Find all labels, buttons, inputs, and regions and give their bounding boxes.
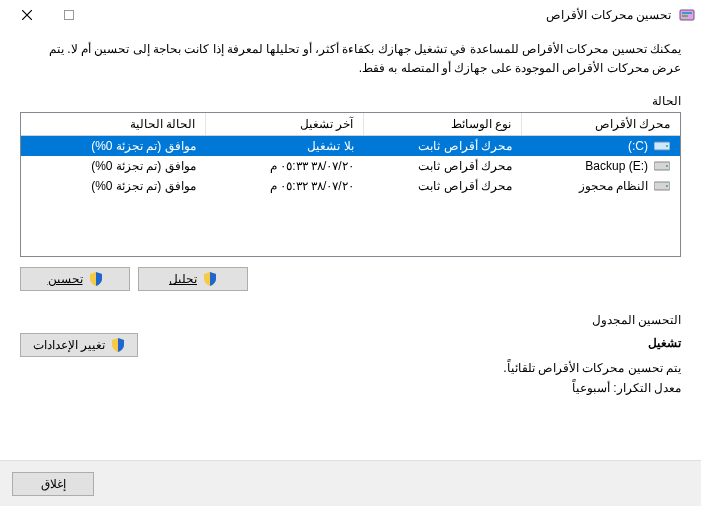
shield-icon bbox=[111, 338, 125, 352]
shield-icon bbox=[203, 272, 217, 286]
table-header-row: محرك الأقراص نوع الوسائط آخر تشغيل الحال… bbox=[21, 113, 680, 136]
change-settings-button[interactable]: تغيير الإعدادات bbox=[20, 333, 138, 357]
svg-rect-3 bbox=[65, 11, 74, 20]
close-icon bbox=[22, 10, 32, 20]
svg-rect-2 bbox=[682, 15, 688, 17]
drive-icon bbox=[654, 160, 670, 172]
table-row[interactable]: (C:) محرك أقراص ثابت بلا تشغيل موافق (تم… bbox=[21, 136, 680, 157]
maximize-icon bbox=[64, 10, 74, 20]
analyze-label: تحليل bbox=[169, 272, 197, 286]
table-buttons-row: تحليل تحسين bbox=[20, 267, 681, 291]
drive-status: موافق (تم تجزئة 0%) bbox=[21, 136, 206, 157]
table-row[interactable]: النظام محجوز محرك أقراص ثابت ٣٨/٠٧/٢٠ ٠٥… bbox=[21, 176, 680, 196]
schedule-on: تشغيل bbox=[138, 333, 681, 353]
drives-table[interactable]: محرك الأقراص نوع الوسائط آخر تشغيل الحال… bbox=[21, 113, 680, 256]
svg-point-9 bbox=[666, 185, 668, 187]
window-title: تحسين محركات الأقراص bbox=[546, 8, 671, 22]
col-drive: محرك الأقراص bbox=[595, 117, 670, 131]
drive-lastrun: بلا تشغيل bbox=[206, 136, 364, 157]
shield-icon bbox=[89, 272, 103, 286]
col-lastrun: آخر تشغيل bbox=[300, 117, 353, 131]
change-settings-label: تغيير الإعدادات bbox=[33, 338, 105, 352]
svg-point-7 bbox=[666, 165, 668, 167]
drive-status: موافق (تم تجزئة 0%) bbox=[21, 156, 206, 176]
optimize-label: تحسين bbox=[48, 272, 83, 286]
drive-media: محرك أقراص ثابت bbox=[364, 176, 522, 196]
schedule-section: التحسين المجدول تشغيل يتم تحسين محركات ا… bbox=[20, 313, 681, 398]
drive-lastrun: ٣٨/٠٧/٢٠ ٠٥:٣٣ م bbox=[206, 156, 364, 176]
optimize-button[interactable]: تحسين bbox=[20, 267, 130, 291]
svg-rect-1 bbox=[682, 12, 692, 14]
drive-media: محرك أقراص ثابت bbox=[364, 156, 522, 176]
footer: إغلاق bbox=[0, 460, 701, 506]
col-status: الحالة الحالية bbox=[130, 117, 195, 131]
schedule-frequency: معدل التكرار: أسبوعياً bbox=[138, 378, 681, 398]
drive-name: Backup (E:) bbox=[585, 159, 648, 173]
table-spacer bbox=[21, 196, 680, 256]
window-controls bbox=[6, 2, 90, 28]
analyze-button[interactable]: تحليل bbox=[138, 267, 248, 291]
intro-text: يمكنك تحسين محركات الأقراص للمساعدة في ت… bbox=[20, 40, 681, 78]
drive-name: النظام محجوز bbox=[579, 179, 648, 193]
maximize-button[interactable] bbox=[48, 2, 90, 28]
close-button-footer[interactable]: إغلاق bbox=[12, 472, 94, 496]
drive-icon bbox=[654, 140, 670, 152]
drive-media: محرك أقراص ثابت bbox=[364, 136, 522, 157]
schedule-label: التحسين المجدول bbox=[20, 313, 681, 327]
schedule-line1: يتم تحسين محركات الأقراص تلقائياً. bbox=[138, 358, 681, 378]
status-section-label: الحالة bbox=[20, 94, 681, 108]
drives-table-wrap: محرك الأقراص نوع الوسائط آخر تشغيل الحال… bbox=[20, 112, 681, 257]
col-media: نوع الوسائط bbox=[451, 117, 511, 131]
drive-status: موافق (تم تجزئة 0%) bbox=[21, 176, 206, 196]
svg-point-5 bbox=[666, 145, 668, 147]
close-button[interactable] bbox=[6, 2, 48, 28]
drive-name: (C:) bbox=[628, 139, 648, 153]
drive-icon bbox=[654, 180, 670, 192]
close-label: إغلاق bbox=[41, 477, 66, 491]
title-bar: تحسين محركات الأقراص bbox=[0, 0, 701, 30]
drive-lastrun: ٣٨/٠٧/٢٠ ٠٥:٣٢ م bbox=[206, 176, 364, 196]
app-icon bbox=[679, 7, 695, 23]
table-row[interactable]: Backup (E:) محرك أقراص ثابت ٣٨/٠٧/٢٠ ٠٥:… bbox=[21, 156, 680, 176]
